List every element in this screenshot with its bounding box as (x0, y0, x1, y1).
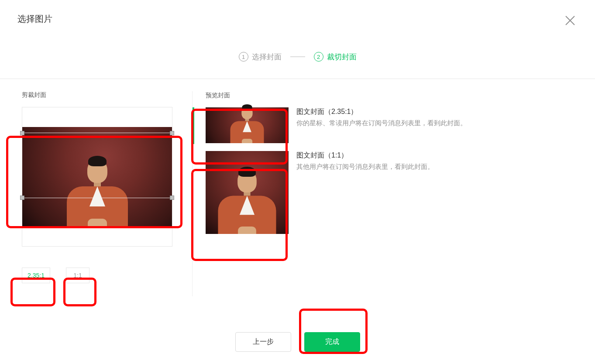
done-button[interactable]: 完成 (304, 332, 360, 352)
crop-handle-top-left[interactable] (20, 131, 24, 135)
crop-handle-top-right[interactable] (170, 131, 174, 135)
wizard-stepper: 1 选择封面 2 裁切封面 (0, 35, 595, 79)
preview-row-235[interactable]: 图文封面（2.35:1） 你的星标、常读用户将在订阅号消息列表里，看到此封面。 (193, 107, 578, 143)
step-1[interactable]: 1 选择封面 (239, 52, 282, 62)
step-2[interactable]: 2 裁切封面 (314, 52, 357, 62)
preview-heading: 预览封面 (206, 92, 230, 100)
preview-desc-235: 你的星标、常读用户将在订阅号消息列表里，看到此封面。 (296, 119, 467, 127)
preview-selected-indicator (193, 107, 194, 144)
preview-row-11[interactable]: 图文封面（1:1） 其他用户将在订阅号消息列表里，看到此封面。 (193, 151, 578, 234)
crop-heading: 剪裁封面 (22, 91, 188, 99)
close-icon (564, 15, 576, 26)
crop-selection[interactable] (22, 133, 172, 198)
dialog-title: 选择图片 (17, 13, 578, 25)
ratio-235-button[interactable]: 2.35:1 (22, 268, 50, 283)
step-divider (290, 56, 305, 57)
crop-image[interactable] (22, 127, 172, 227)
close-button[interactable] (564, 15, 576, 26)
step-1-label: 选择封面 (252, 52, 282, 62)
ratio-11-button[interactable]: 1:1 (66, 268, 89, 283)
preview-thumb-235 (206, 107, 289, 143)
step-2-label: 裁切封面 (327, 52, 357, 62)
preview-title-11: 图文封面（1:1） (296, 151, 434, 160)
step-1-num: 1 (239, 52, 248, 62)
preview-thumb-11 (206, 151, 289, 234)
preview-title-235: 图文封面（2.35:1） (296, 107, 467, 117)
prev-button[interactable]: 上一步 (235, 332, 291, 352)
crop-handle-bottom-right[interactable] (170, 196, 174, 200)
crop-handle-bottom-left[interactable] (20, 196, 24, 200)
preview-desc-11: 其他用户将在订阅号消息列表里，看到此封面。 (296, 163, 434, 171)
crop-frame (22, 107, 172, 247)
step-2-num: 2 (314, 52, 323, 62)
